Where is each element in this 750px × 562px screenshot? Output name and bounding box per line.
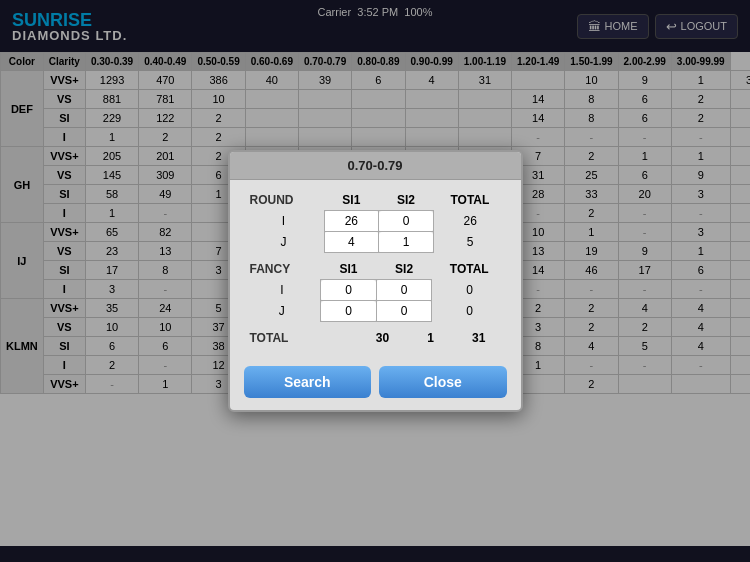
round-i-total: 26 <box>433 211 506 232</box>
round-row-j: J 4 1 5 <box>244 232 507 253</box>
round-j-si2: 1 <box>379 232 434 253</box>
total-si1: 30 <box>355 328 410 348</box>
fancy-i-label: I <box>244 280 321 301</box>
round-j-total: 5 <box>433 232 506 253</box>
fancy-i-si1: 0 <box>321 280 377 301</box>
modal-overlay: 0.70-0.79 ROUND SI1 SI2 TOTAL I 26 0 26 … <box>0 0 750 562</box>
fancy-j-si2: 0 <box>376 301 432 322</box>
total-label: TOTAL <box>244 328 355 348</box>
round-i-label: I <box>244 211 325 232</box>
round-row-i: I 26 0 26 <box>244 211 507 232</box>
fancy-j-total: 0 <box>432 301 507 322</box>
fancy-i-total: 0 <box>432 280 507 301</box>
fancy-si1-header: SI1 <box>321 259 377 280</box>
fancy-label: FANCY <box>244 259 321 280</box>
fancy-j-si1: 0 <box>321 301 377 322</box>
round-j-si1: 4 <box>324 232 379 253</box>
modal-title: 0.70-0.79 <box>230 152 521 180</box>
round-j-label: J <box>244 232 325 253</box>
search-button[interactable]: Search <box>244 366 372 398</box>
detail-modal: 0.70-0.79 ROUND SI1 SI2 TOTAL I 26 0 26 … <box>228 150 523 412</box>
round-total-header: TOTAL <box>433 190 506 211</box>
modal-body: ROUND SI1 SI2 TOTAL I 26 0 26 J 4 1 5 <box>230 180 521 358</box>
fancy-row-j: J 0 0 0 <box>244 301 507 322</box>
close-button[interactable]: Close <box>379 366 507 398</box>
round-i-si1: 26 <box>324 211 379 232</box>
fancy-i-si2: 0 <box>376 280 432 301</box>
fancy-row-i: I 0 0 0 <box>244 280 507 301</box>
modal-footer: Search Close <box>230 358 521 410</box>
fancy-section-table: FANCY SI1 SI2 TOTAL I 0 0 0 J 0 0 0 <box>244 259 507 322</box>
round-section-table: ROUND SI1 SI2 TOTAL I 26 0 26 J 4 1 5 <box>244 190 507 253</box>
fancy-si2-header: SI2 <box>376 259 432 280</box>
fancy-total-header: TOTAL <box>432 259 507 280</box>
fancy-j-label: J <box>244 301 321 322</box>
total-row: TOTAL 30 1 31 <box>244 328 507 348</box>
round-label: ROUND <box>244 190 325 211</box>
round-si1-header: SI1 <box>324 190 379 211</box>
fancy-header-row: FANCY SI1 SI2 TOTAL <box>244 259 507 280</box>
total-si2: 1 <box>410 328 451 348</box>
round-i-si2: 0 <box>379 211 434 232</box>
total-value: 31 <box>451 328 506 348</box>
round-si2-header: SI2 <box>379 190 434 211</box>
total-section-table: TOTAL 30 1 31 <box>244 328 507 348</box>
round-header-row: ROUND SI1 SI2 TOTAL <box>244 190 507 211</box>
